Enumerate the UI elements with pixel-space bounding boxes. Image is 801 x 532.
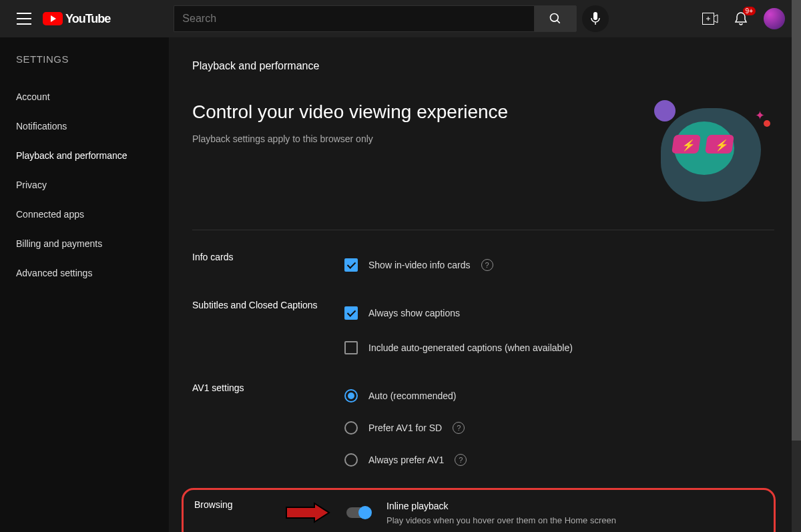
notification-badge: 9+ [743,7,756,15]
sidebar-item-connected-apps[interactable]: Connected apps [16,200,169,229]
page-scrollbar-track[interactable] [792,0,801,532]
search-button[interactable] [534,5,577,32]
option-label: Show in-video info cards [368,260,471,270]
toggle-title: Inline playback [386,501,616,511]
sidebar-item-playback[interactable]: Playback and performance [16,141,169,170]
create-icon [702,13,718,25]
hero-heading: Control your video viewing experience [192,101,508,123]
option-label: Always prefer AV1 [368,455,444,465]
svg-point-0 [551,14,559,22]
search-box[interactable] [174,5,534,32]
option-label: Always show captions [368,308,460,318]
header-actions: 9+ [702,0,785,37]
option-label: Include auto-generated captions (when av… [368,342,573,353]
option-label: Auto (recommended) [368,390,457,401]
section-label-captions: Subtitles and Closed Captions [192,300,344,361]
radio-av1-auto[interactable] [344,389,358,403]
section-av1: AV1 settings Auto (recommended) Prefer A… [192,361,801,473]
annotation-arrow-icon [285,502,332,523]
section-label-info-cards: Info cards [192,252,344,278]
help-icon[interactable]: ? [455,454,467,466]
help-icon[interactable]: ? [481,259,493,271]
hero-section: Control your video viewing experience Pl… [192,101,801,202]
microphone-icon [591,12,600,25]
sidebar-item-privacy[interactable]: Privacy [16,170,169,200]
section-info-cards: Info cards Show in-video info cards ? [192,230,801,278]
checkbox-show-info-cards[interactable] [344,258,358,272]
youtube-logo[interactable]: YouTube [43,12,110,26]
sidebar-item-account[interactable]: Account [16,82,169,111]
radio-av1-always[interactable] [344,453,358,467]
sidebar-item-billing[interactable]: Billing and payments [16,229,169,258]
radio-av1-sd[interactable] [344,421,358,435]
hamburger-menu-button[interactable] [11,5,37,32]
toggle-inline-playback[interactable] [346,507,370,518]
app-header: YouTube 9+ [0,0,801,37]
svg-rect-1 [593,12,597,20]
section-captions: Subtitles and Closed Captions Always sho… [192,278,801,361]
create-button[interactable] [702,11,718,27]
page-scrollbar-thumb[interactable] [792,0,801,441]
voice-search-button[interactable] [582,5,609,32]
search-container [174,5,609,32]
hero-illustration: ⚡⚡ ✦ [647,101,774,202]
account-avatar[interactable] [764,8,785,29]
notifications-button[interactable]: 9+ [733,11,749,27]
hamburger-icon [17,13,31,25]
checkbox-auto-captions[interactable] [344,341,358,354]
annotation-highlight-box: Browsing Inline playback Play videos whe… [182,488,776,532]
page-title: Playback and performance [192,60,801,72]
checkbox-always-show-captions[interactable] [344,306,358,320]
main-content: Playback and performance Control your vi… [170,37,801,532]
search-icon [549,12,562,25]
help-icon[interactable]: ? [453,422,465,434]
sidebar-heading: SETTINGS [16,53,169,65]
settings-sidebar: SETTINGS Account Notifications Playback … [0,37,170,532]
toggle-description: Play videos when you hover over them on … [386,515,616,525]
youtube-wordmark: YouTube [65,12,110,26]
hero-subtext: Playback settings apply to this browser … [192,134,508,144]
sidebar-item-notifications[interactable]: Notifications [16,111,169,141]
section-label-av1: AV1 settings [192,382,344,473]
search-input[interactable] [182,13,526,25]
youtube-play-icon [43,12,63,25]
sidebar-item-advanced[interactable]: Advanced settings [16,258,169,288]
option-label: Prefer AV1 for SD [368,423,442,433]
